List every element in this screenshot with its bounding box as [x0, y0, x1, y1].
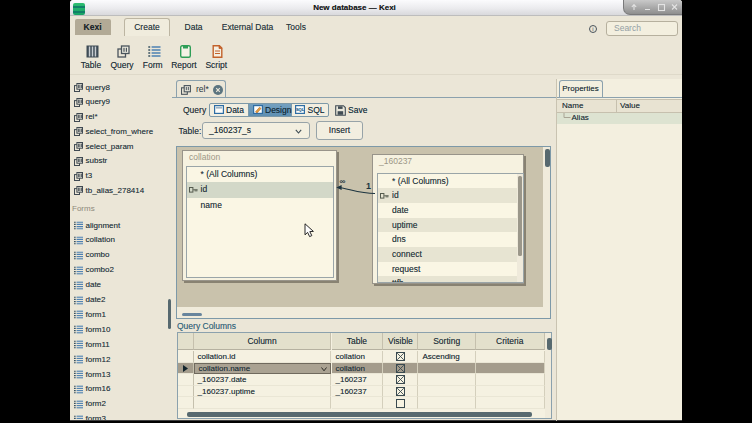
svg-text:SQL: SQL: [296, 107, 305, 112]
